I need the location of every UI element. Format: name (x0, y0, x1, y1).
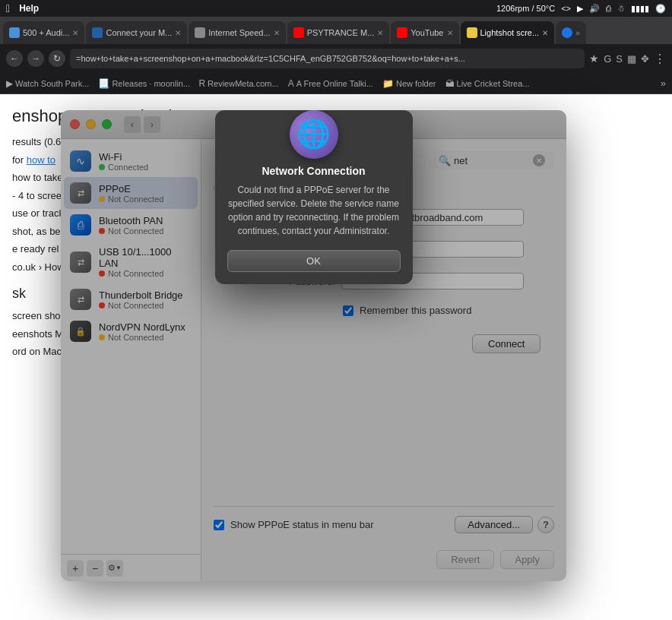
dialog-title: Network Connection (215, 165, 413, 177)
bookmark-4-label: A Free Online Talki... (296, 79, 373, 88)
tab-1-label: 500 + Audi... (23, 28, 69, 37)
bookmark-6-label: Live Cricket Strea... (457, 79, 530, 88)
url-bar: ← → ↻ =how+to+take+a+screenshop+on+a+mac… (0, 44, 672, 73)
bookmark-3[interactable]: R ReviewMeta.com... (198, 78, 278, 89)
tab-2-close[interactable]: ✕ (175, 29, 181, 37)
tab-4[interactable]: PSYTRANCE M... ✕ (287, 21, 390, 44)
bookmark-1[interactable]: ▶ Watch South Park... (6, 78, 89, 89)
bookmark-4-icon: A (288, 78, 294, 89)
volume-icon[interactable]: 🔊 (589, 4, 600, 14)
app-name[interactable]: Help (19, 3, 39, 14)
tab-7[interactable]: » (556, 21, 586, 44)
back-button[interactable]: ← (6, 50, 23, 67)
tab-6-close[interactable]: ✕ (542, 29, 548, 37)
tab-1-close[interactable]: ✕ (72, 29, 78, 37)
battery-icon: ▮▮▮▮ (631, 4, 649, 14)
results-text: results (0.68 (12, 136, 67, 147)
dialog-ok-button[interactable]: OK (227, 250, 401, 272)
more-options-icon[interactable]: ⋮ (654, 52, 666, 66)
bookmarks-bar: ▶ Watch South Park... 📃 Releases · moonl… (0, 73, 672, 94)
dialog-icon: 🌐 (290, 110, 338, 159)
tab-7-more[interactable]: » (575, 29, 580, 37)
tab-6[interactable]: Lightshot scre... ✕ (461, 21, 555, 44)
cpu-status: 1206rpm / 50°C (496, 4, 555, 13)
bluetooth-icon[interactable]: ⎙ (606, 4, 611, 13)
tab-bar: 500 + Audi... ✕ Connect your M... ✕ Inte… (0, 17, 672, 44)
bookmark-4[interactable]: A A Free Online Talki... (288, 78, 373, 89)
reload-button[interactable]: ↻ (49, 50, 65, 67)
chevron-icon: <> (561, 4, 571, 13)
dialog-icon-area: 🌐 (215, 110, 413, 159)
network-connection-dialog: 🌐 Network Connection Could not find a PP… (215, 110, 413, 284)
forward-button[interactable]: → (27, 50, 44, 67)
tab-5-close[interactable]: ✕ (447, 29, 453, 37)
extension-icon-2[interactable]: S (616, 53, 623, 65)
tab-6-label: Lightshot scre... (480, 28, 540, 37)
bookmark-2[interactable]: 📃 Releases · moonlin... (98, 78, 189, 89)
extension-icon-3[interactable]: ▦ (627, 53, 636, 65)
system-preferences-window: ‹ › ∿ Wi-Fi Connected ⇄ (61, 110, 566, 581)
bookmark-6[interactable]: 🏔 Live Cricket Strea... (445, 78, 530, 89)
menu-bar-left:  Help (6, 2, 39, 14)
bookmark-6-icon: 🏔 (445, 78, 455, 89)
tab-3[interactable]: Internet Speed... ✕ (189, 21, 285, 44)
dialog-overlay: 🌐 Network Connection Could not find a PP… (61, 110, 566, 581)
url-field[interactable]: =how+to+take+a+screenshop+on+a+macbook&r… (70, 49, 585, 68)
tab-3-close[interactable]: ✕ (274, 29, 280, 37)
tab-2[interactable]: Connect your M... ✕ (86, 21, 187, 44)
extension-icon-1[interactable]: G (604, 53, 611, 65)
tab-4-close[interactable]: ✕ (377, 29, 383, 37)
bookmark-5[interactable]: 📁 New folder (382, 78, 436, 89)
bookmark-2-label: Releases · moonlin... (112, 79, 189, 88)
more-bookmarks-icon[interactable]: » (661, 78, 666, 89)
wifi-icon[interactable]: ☃ (617, 4, 625, 14)
tab-4-label: PSYTRANCE M... (307, 28, 375, 37)
bookmark-2-icon: 📃 (98, 78, 109, 89)
folder-icon: 📁 (382, 78, 394, 89)
dialog-message: Could not find a PPPoE server for the sp… (215, 183, 413, 238)
tab-5[interactable]: YouTube ✕ (391, 21, 458, 44)
bookmark-1-label: Watch South Park... (15, 79, 89, 88)
page-link-1[interactable]: how to (27, 154, 55, 166)
play-icon: ▶ (577, 4, 583, 14)
tab-1[interactable]: 500 + Audi... ✕ (3, 21, 84, 44)
bookmark-1-icon: ▶ (6, 78, 13, 89)
network-icon: 🌐 (296, 119, 331, 150)
tab-2-label: Connect your M... (106, 28, 172, 37)
apple-menu[interactable]:  (6, 2, 10, 14)
bookmark-3-icon: R (198, 78, 205, 89)
extension-icon-4[interactable]: ✥ (641, 53, 649, 65)
bookmark-star-icon[interactable]: ★ (589, 52, 599, 65)
tab-5-label: YouTube (410, 28, 443, 37)
bookmark-3-label: ReviewMeta.com... (208, 79, 279, 88)
menu-bar-right: 1206rpm / 50°C <> ▶ 🔊 ⎙ ☃ ▮▮▮▮ 🕑 (496, 4, 666, 14)
tab-3-label: Internet Speed... (208, 28, 270, 37)
menu-bar:  Help 1206rpm / 50°C <> ▶ 🔊 ⎙ ☃ ▮▮▮▮ 🕑 (0, 0, 672, 17)
clock: 🕑 (655, 4, 666, 14)
dialog-btn-area: OK (215, 250, 413, 272)
url-text: =how+to+take+a+screenshop+on+a+macbook&r… (76, 54, 465, 63)
bookmark-5-label: New folder (396, 79, 436, 88)
